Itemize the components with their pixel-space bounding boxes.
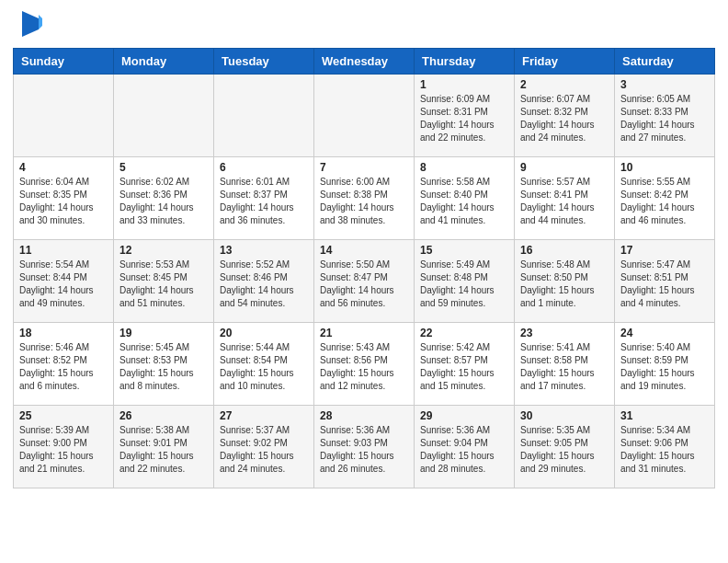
calendar-cell: 28Sunrise: 5:36 AM Sunset: 9:03 PM Dayli… bbox=[314, 406, 415, 488]
day-info: Sunrise: 5:41 AM Sunset: 8:58 PM Dayligh… bbox=[520, 341, 609, 393]
day-info: Sunrise: 6:05 AM Sunset: 8:33 PM Dayligh… bbox=[620, 93, 709, 144]
calendar-table: SundayMondayTuesdayWednesdayThursdayFrid… bbox=[13, 48, 715, 488]
calendar-cell bbox=[114, 75, 214, 157]
day-number: 23 bbox=[520, 327, 609, 339]
day-info: Sunrise: 5:37 AM Sunset: 9:02 PM Dayligh… bbox=[220, 424, 308, 476]
calendar-cell: 29Sunrise: 5:36 AM Sunset: 9:04 PM Dayli… bbox=[415, 406, 515, 488]
day-info: Sunrise: 5:48 AM Sunset: 8:50 PM Dayligh… bbox=[520, 259, 609, 310]
calendar-cell: 26Sunrise: 5:38 AM Sunset: 9:01 PM Dayli… bbox=[114, 406, 214, 488]
day-info: Sunrise: 5:46 AM Sunset: 8:52 PM Dayligh… bbox=[19, 341, 108, 393]
calendar-cell bbox=[14, 75, 114, 157]
day-info: Sunrise: 6:02 AM Sunset: 8:36 PM Dayligh… bbox=[119, 176, 208, 227]
weekday-header: Friday bbox=[515, 49, 615, 75]
day-number: 11 bbox=[19, 244, 108, 257]
calendar-cell: 7Sunrise: 6:00 AM Sunset: 8:38 PM Daylig… bbox=[314, 157, 415, 240]
day-info: Sunrise: 5:40 AM Sunset: 8:59 PM Dayligh… bbox=[620, 341, 709, 393]
day-info: Sunrise: 6:00 AM Sunset: 8:38 PM Dayligh… bbox=[320, 176, 408, 227]
calendar-cell: 27Sunrise: 5:37 AM Sunset: 9:02 PM Dayli… bbox=[214, 406, 314, 488]
calendar-cell: 21Sunrise: 5:43 AM Sunset: 8:56 PM Dayli… bbox=[314, 323, 415, 406]
svg-marker-0 bbox=[22, 11, 39, 37]
calendar-body: 1Sunrise: 6:09 AM Sunset: 8:31 PM Daylig… bbox=[14, 75, 715, 488]
day-number: 15 bbox=[420, 244, 508, 257]
day-info: Sunrise: 5:44 AM Sunset: 8:54 PM Dayligh… bbox=[220, 341, 308, 393]
calendar-cell: 30Sunrise: 5:35 AM Sunset: 9:05 PM Dayli… bbox=[515, 406, 615, 488]
calendar-week-row: 25Sunrise: 5:39 AM Sunset: 9:00 PM Dayli… bbox=[14, 406, 715, 488]
calendar-cell: 19Sunrise: 5:45 AM Sunset: 8:53 PM Dayli… bbox=[114, 323, 214, 406]
calendar-cell: 8Sunrise: 5:58 AM Sunset: 8:40 PM Daylig… bbox=[415, 157, 515, 240]
day-info: Sunrise: 5:39 AM Sunset: 9:00 PM Dayligh… bbox=[19, 424, 108, 476]
calendar-cell: 25Sunrise: 5:39 AM Sunset: 9:00 PM Dayli… bbox=[14, 406, 114, 488]
weekday-header: Wednesday bbox=[314, 49, 415, 75]
day-number: 18 bbox=[19, 327, 108, 339]
day-info: Sunrise: 6:04 AM Sunset: 8:35 PM Dayligh… bbox=[19, 176, 108, 227]
day-info: Sunrise: 5:58 AM Sunset: 8:40 PM Dayligh… bbox=[420, 176, 508, 227]
day-number: 13 bbox=[220, 244, 308, 257]
day-info: Sunrise: 5:45 AM Sunset: 8:53 PM Dayligh… bbox=[119, 341, 208, 393]
calendar-week-row: 18Sunrise: 5:46 AM Sunset: 8:52 PM Dayli… bbox=[14, 323, 715, 406]
calendar-cell: 23Sunrise: 5:41 AM Sunset: 8:58 PM Dayli… bbox=[515, 323, 615, 406]
day-info: Sunrise: 5:47 AM Sunset: 8:51 PM Dayligh… bbox=[620, 259, 709, 310]
day-number: 3 bbox=[620, 78, 709, 91]
calendar-cell: 14Sunrise: 5:50 AM Sunset: 8:47 PM Dayli… bbox=[314, 240, 415, 323]
day-number: 12 bbox=[119, 244, 208, 257]
day-number: 7 bbox=[320, 161, 408, 174]
day-info: Sunrise: 6:09 AM Sunset: 8:31 PM Dayligh… bbox=[420, 93, 508, 144]
day-info: Sunrise: 5:49 AM Sunset: 8:48 PM Dayligh… bbox=[420, 259, 508, 310]
day-info: Sunrise: 5:55 AM Sunset: 8:42 PM Dayligh… bbox=[620, 176, 709, 227]
calendar-cell: 6Sunrise: 6:01 AM Sunset: 8:37 PM Daylig… bbox=[214, 157, 314, 240]
day-number: 6 bbox=[220, 161, 308, 174]
calendar-cell: 17Sunrise: 5:47 AM Sunset: 8:51 PM Dayli… bbox=[615, 240, 715, 323]
calendar-cell bbox=[214, 75, 314, 157]
day-info: Sunrise: 5:52 AM Sunset: 8:46 PM Dayligh… bbox=[220, 259, 308, 310]
calendar-cell: 1Sunrise: 6:09 AM Sunset: 8:31 PM Daylig… bbox=[415, 75, 515, 157]
calendar-container: SundayMondayTuesdayWednesdayThursdayFrid… bbox=[0, 48, 728, 498]
day-info: Sunrise: 5:34 AM Sunset: 9:06 PM Dayligh… bbox=[620, 424, 709, 476]
calendar-cell: 3Sunrise: 6:05 AM Sunset: 8:33 PM Daylig… bbox=[615, 75, 715, 157]
weekday-header: Monday bbox=[114, 49, 214, 75]
calendar-cell: 2Sunrise: 6:07 AM Sunset: 8:32 PM Daylig… bbox=[515, 75, 615, 157]
weekday-header: Sunday bbox=[14, 49, 114, 75]
day-number: 20 bbox=[220, 327, 308, 339]
calendar-cell: 5Sunrise: 6:02 AM Sunset: 8:36 PM Daylig… bbox=[114, 157, 214, 240]
calendar-cell: 31Sunrise: 5:34 AM Sunset: 9:06 PM Dayli… bbox=[615, 406, 715, 488]
day-info: Sunrise: 5:57 AM Sunset: 8:41 PM Dayligh… bbox=[520, 176, 609, 227]
logo-icon bbox=[22, 11, 42, 40]
day-number: 14 bbox=[320, 244, 408, 257]
day-info: Sunrise: 5:42 AM Sunset: 8:57 PM Dayligh… bbox=[420, 341, 508, 393]
day-info: Sunrise: 6:07 AM Sunset: 8:32 PM Dayligh… bbox=[520, 93, 609, 144]
calendar-cell: 12Sunrise: 5:53 AM Sunset: 8:45 PM Dayli… bbox=[114, 240, 214, 323]
calendar-header: SundayMondayTuesdayWednesdayThursdayFrid… bbox=[14, 49, 715, 75]
day-number: 30 bbox=[520, 409, 609, 422]
day-info: Sunrise: 6:01 AM Sunset: 8:37 PM Dayligh… bbox=[220, 176, 308, 227]
day-number: 25 bbox=[19, 409, 108, 422]
calendar-cell: 16Sunrise: 5:48 AM Sunset: 8:50 PM Dayli… bbox=[515, 240, 615, 323]
day-info: Sunrise: 5:43 AM Sunset: 8:56 PM Dayligh… bbox=[320, 341, 408, 393]
day-number: 8 bbox=[420, 161, 508, 174]
calendar-week-row: 11Sunrise: 5:54 AM Sunset: 8:44 PM Dayli… bbox=[14, 240, 715, 323]
day-number: 29 bbox=[420, 409, 508, 422]
day-info: Sunrise: 5:54 AM Sunset: 8:44 PM Dayligh… bbox=[19, 259, 108, 310]
day-number: 28 bbox=[320, 409, 408, 422]
day-number: 26 bbox=[119, 409, 208, 422]
day-number: 22 bbox=[420, 327, 508, 339]
weekday-row: SundayMondayTuesdayWednesdayThursdayFrid… bbox=[14, 49, 715, 75]
svg-marker-1 bbox=[39, 15, 42, 29]
calendar-cell: 13Sunrise: 5:52 AM Sunset: 8:46 PM Dayli… bbox=[214, 240, 314, 323]
calendar-cell bbox=[314, 75, 415, 157]
day-number: 9 bbox=[520, 161, 609, 174]
calendar-cell: 10Sunrise: 5:55 AM Sunset: 8:42 PM Dayli… bbox=[615, 157, 715, 240]
day-number: 4 bbox=[19, 161, 108, 174]
day-info: Sunrise: 5:53 AM Sunset: 8:45 PM Dayligh… bbox=[119, 259, 208, 310]
calendar-cell: 9Sunrise: 5:57 AM Sunset: 8:41 PM Daylig… bbox=[515, 157, 615, 240]
day-number: 21 bbox=[320, 327, 408, 339]
weekday-header: Tuesday bbox=[214, 49, 314, 75]
day-info: Sunrise: 5:50 AM Sunset: 8:47 PM Dayligh… bbox=[320, 259, 408, 310]
day-number: 27 bbox=[220, 409, 308, 422]
calendar-week-row: 4Sunrise: 6:04 AM Sunset: 8:35 PM Daylig… bbox=[14, 157, 715, 240]
weekday-header: Saturday bbox=[615, 49, 715, 75]
day-number: 1 bbox=[420, 78, 508, 91]
day-number: 17 bbox=[620, 244, 709, 257]
calendar-cell: 4Sunrise: 6:04 AM Sunset: 8:35 PM Daylig… bbox=[14, 157, 114, 240]
calendar-cell: 15Sunrise: 5:49 AM Sunset: 8:48 PM Dayli… bbox=[415, 240, 515, 323]
page-header bbox=[0, 0, 728, 48]
